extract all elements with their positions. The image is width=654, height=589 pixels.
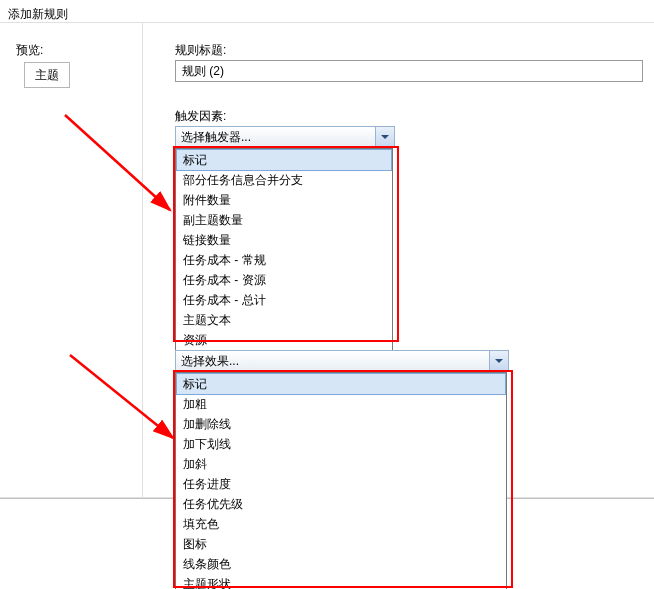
trigger-list-option[interactable]: 链接数量: [177, 230, 391, 250]
effect-list-option[interactable]: 填充色: [177, 514, 505, 534]
trigger-select-text: 选择触发器...: [181, 129, 251, 146]
dialog-title: 添加新规则: [8, 6, 68, 23]
trigger-list-option[interactable]: 任务成本 - 常规: [177, 250, 391, 270]
effect-list-option[interactable]: 加删除线: [177, 414, 505, 434]
rule-title-input[interactable]: [175, 60, 643, 82]
effect-list-option[interactable]: 加下划线: [177, 434, 505, 454]
trigger-list-option[interactable]: 标记: [176, 149, 392, 171]
trigger-label: 触发因素:: [175, 108, 226, 125]
effect-list-option[interactable]: 加粗: [177, 394, 505, 414]
effect-select[interactable]: 选择效果...: [175, 350, 509, 372]
effect-list-option[interactable]: 主题形状: [177, 574, 505, 589]
panel-divider: [142, 22, 143, 498]
effect-list-option[interactable]: 图标: [177, 534, 505, 554]
effect-select-text: 选择效果...: [181, 353, 239, 370]
effect-select-button[interactable]: [489, 351, 508, 371]
trigger-list-option[interactable]: 任务成本 - 资源: [177, 270, 391, 290]
preview-box: 主题: [24, 62, 70, 88]
trigger-list-option[interactable]: 资源: [177, 330, 391, 350]
trigger-select-button[interactable]: [375, 127, 394, 147]
effect-option-list[interactable]: 标记加粗加删除线加下划线加斜任务进度任务优先级填充色图标线条颜色主题形状资源字体…: [175, 372, 507, 589]
trigger-select[interactable]: 选择触发器...: [175, 126, 395, 148]
trigger-list-option[interactable]: 任务成本 - 总计: [177, 290, 391, 310]
trigger-list-option[interactable]: 部分任务信息合并分支: [177, 170, 391, 190]
effect-list-option[interactable]: 加斜: [177, 454, 505, 474]
effect-list-option[interactable]: 标记: [176, 373, 506, 395]
trigger-list-option[interactable]: 副主题数量: [177, 210, 391, 230]
trigger-list-option[interactable]: 附件数量: [177, 190, 391, 210]
effect-list-option[interactable]: 任务进度: [177, 474, 505, 494]
chevron-down-icon: [495, 359, 503, 363]
trigger-option-list[interactable]: 标记部分任务信息合并分支附件数量副主题数量链接数量任务成本 - 常规任务成本 -…: [175, 148, 393, 352]
preview-label: 预览:: [16, 42, 43, 59]
trigger-list-option[interactable]: 主题文本: [177, 310, 391, 330]
effect-list-option[interactable]: 任务优先级: [177, 494, 505, 514]
rule-title-label: 规则标题:: [175, 42, 226, 59]
chevron-down-icon: [381, 135, 389, 139]
effect-list-option[interactable]: 线条颜色: [177, 554, 505, 574]
